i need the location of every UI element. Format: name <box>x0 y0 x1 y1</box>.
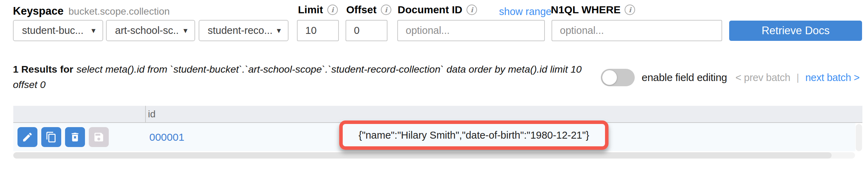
chevron-down-icon: ▾ <box>277 26 281 35</box>
n1ql-where-label: N1QL WHERE i <box>551 4 635 16</box>
edit-document-button[interactable] <box>17 127 37 147</box>
results-query-line1: select meta().id from `student-bucket`.`… <box>77 64 582 75</box>
offset-label: Offset i <box>346 4 391 16</box>
copy-icon <box>45 131 57 143</box>
results-count: 1 Results for <box>13 64 73 75</box>
document-id-link[interactable]: 000001 <box>149 123 184 151</box>
collection-select[interactable]: student-reco... ▾ <box>199 20 289 41</box>
bucket-select-value: student-buc... <box>22 25 84 36</box>
retrieve-docs-button[interactable]: Retrieve Docs <box>729 21 862 41</box>
info-icon[interactable]: i <box>467 5 477 15</box>
enable-field-editing-toggle[interactable] <box>601 69 635 86</box>
delete-document-button[interactable] <box>65 127 85 147</box>
chevron-down-icon: ▾ <box>91 26 95 35</box>
n1ql-where-input[interactable] <box>552 20 722 41</box>
keyspace-title: Keyspace <box>13 5 64 17</box>
info-icon[interactable]: i <box>625 5 635 15</box>
info-icon[interactable]: i <box>327 5 338 15</box>
batch-separator: | <box>797 72 799 83</box>
scope-select[interactable]: art-school-sc... ▾ <box>106 20 195 41</box>
row-action-buttons <box>17 127 109 147</box>
document-id-input[interactable] <box>397 20 545 41</box>
results-summary: 1 Results forselect meta().id from `stud… <box>13 61 604 92</box>
annotation-highlight-box: {"name":"Hilary Smith","date-of-birth":"… <box>339 120 609 150</box>
limit-label: Limit i <box>298 4 338 16</box>
toggle-knob-icon <box>602 70 617 85</box>
editing-controls: enable field editing < prev batch | next… <box>601 68 860 87</box>
document-json-text: {"name":"Hilary Smith","date-of-birth":"… <box>358 130 589 141</box>
chevron-down-icon: ▾ <box>183 26 187 35</box>
copy-document-button[interactable] <box>41 127 61 147</box>
column-separator <box>145 106 146 122</box>
pencil-icon <box>22 131 33 143</box>
results-line-1: 1 Results forselect meta().id from `stud… <box>13 61 604 77</box>
save-icon <box>93 131 105 143</box>
prev-batch-link[interactable]: < prev batch <box>735 72 790 83</box>
vertical-scrollbar-thumb[interactable] <box>856 124 862 151</box>
collection-select-value: student-reco... <box>208 25 272 36</box>
enable-field-editing-label: enable field editing <box>642 72 727 83</box>
horizontal-scrollbar[interactable] <box>13 152 855 159</box>
info-icon[interactable]: i <box>381 5 391 15</box>
id-column-header: id <box>148 106 156 122</box>
results-query-line2: offset 0 <box>13 77 604 92</box>
show-range-link[interactable]: show range <box>499 6 552 17</box>
limit-input[interactable] <box>297 20 339 41</box>
next-batch-link[interactable]: next batch > <box>805 72 860 83</box>
scope-select-value: art-school-sc... <box>115 25 178 36</box>
bucket-select[interactable]: student-buc... ▾ <box>13 20 103 41</box>
documents-workbench: Keyspace bucket.scope.collection Limit i… <box>0 0 868 176</box>
horizontal-scrollbar-thumb[interactable] <box>13 152 832 159</box>
keyspace-label: Keyspace bucket.scope.collection <box>13 5 170 17</box>
keyspace-hint: bucket.scope.collection <box>69 6 170 17</box>
offset-input[interactable] <box>346 20 387 41</box>
save-document-button[interactable] <box>89 127 109 147</box>
trash-icon <box>69 131 81 143</box>
document-id-label: Document ID i <box>398 4 477 16</box>
